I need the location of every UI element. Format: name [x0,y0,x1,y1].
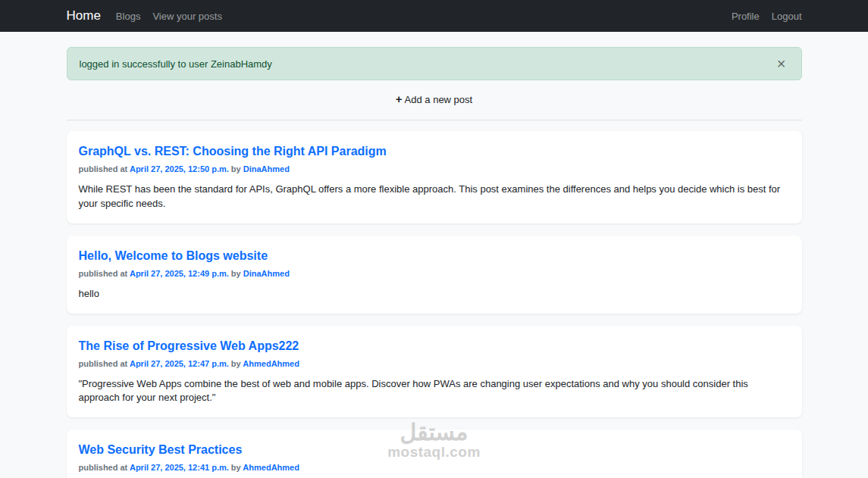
navbar-inner: Home Blogs View your posts Profile Logou… [67,0,802,32]
published-at-label: published at [79,463,128,472]
post-title-link[interactable]: GraphQL vs. REST: Choosing the Right API… [79,145,790,158]
nav-view-your-posts-link[interactable]: View your posts [152,11,222,22]
add-post-row: +Add a new post [67,92,802,108]
post-card: Hello, Welcome to Blogs website publishe… [67,236,802,314]
plus-icon: + [396,92,403,105]
post-meta: published at April 27, 2025, 12:47 p.m. … [79,359,790,368]
success-alert: logged in successfully to user ZeinabHam… [67,47,802,80]
post-date-link[interactable]: April 27, 2025, 12:49 p.m. [130,269,229,278]
nav-blogs-link[interactable]: Blogs [116,11,141,22]
post-meta: published at April 27, 2025, 12:50 p.m. … [79,164,790,173]
post-date-link[interactable]: April 27, 2025, 12:50 p.m. [130,164,229,173]
post-author-link[interactable]: DinaAhmed [243,164,290,173]
post-title-link[interactable]: The Rise of Progressive Web Apps222 [79,339,790,353]
post-author-link[interactable]: AhmedAhmed [243,463,299,472]
post-body: While REST has been the standard for API… [79,183,790,211]
post-card: GraphQL vs. REST: Choosing the Right API… [67,131,802,223]
alert-close-button[interactable]: × [774,56,789,71]
post-author-link[interactable]: AhmedAhmed [243,359,299,368]
published-at-label: published at [79,164,128,173]
published-at-label: published at [79,359,128,368]
nav-home-link[interactable]: Home [67,8,101,23]
alert-message: logged in successfully to user ZeinabHam… [80,58,272,70]
post-title-link[interactable]: Hello, Welcome to Blogs website [79,249,790,263]
nav-logout-link[interactable]: Logout [772,11,802,22]
published-at-label: published at [79,269,128,278]
add-post-label: Add a new post [405,94,473,105]
add-post-link[interactable]: +Add a new post [396,94,472,105]
post-date-link[interactable]: April 27, 2025, 12:41 p.m. [130,463,229,472]
by-label: by [231,463,241,472]
by-label: by [231,359,241,368]
nav-profile-link[interactable]: Profile [732,11,760,22]
by-label: by [231,269,241,278]
by-label: by [231,164,241,173]
post-card: Web Security Best Practices published at… [67,430,802,478]
post-card: The Rise of Progressive Web Apps222 publ… [67,326,802,418]
post-meta: published at April 27, 2025, 12:49 p.m. … [79,269,790,278]
top-navbar: Home Blogs View your posts Profile Logou… [0,0,868,32]
post-author-link[interactable]: DinaAhmed [243,269,290,278]
post-body: hello [79,287,790,301]
post-meta: published at April 27, 2025, 12:41 p.m. … [79,463,790,472]
post-body: "Progressive Web Apps combine the best o… [79,377,790,406]
main-container: logged in successfully to user ZeinabHam… [67,47,802,478]
divider [67,120,802,120]
post-date-link[interactable]: April 27, 2025, 12:47 p.m. [130,359,229,368]
post-title-link[interactable]: Web Security Best Practices [79,443,790,457]
